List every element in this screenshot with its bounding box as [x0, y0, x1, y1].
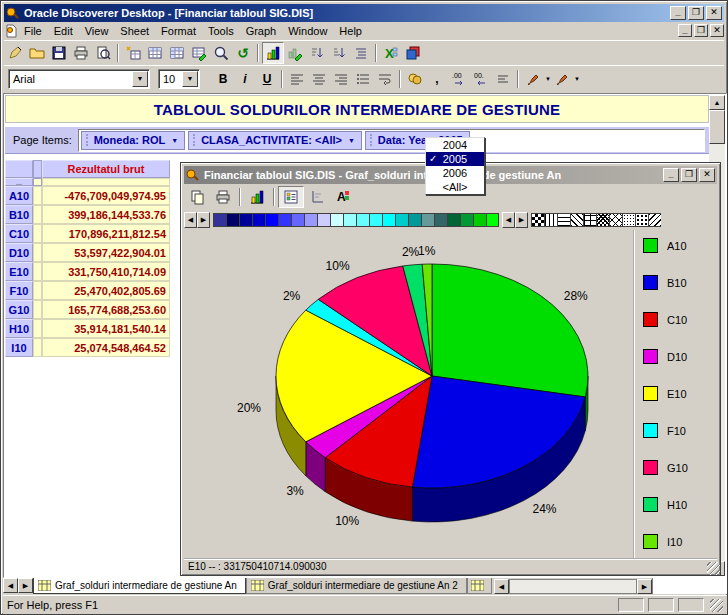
edit-graph-button[interactable] [284, 42, 306, 64]
graph-type-button[interactable] [244, 186, 270, 208]
graph-close-button[interactable]: ✕ [699, 168, 715, 182]
row-header[interactable]: B10 [5, 205, 33, 224]
decrease-decimal-button[interactable]: 00. [470, 68, 492, 90]
value-cell[interactable]: 165,774,688,253.60 [42, 300, 170, 319]
pattern-swatch[interactable] [622, 213, 635, 227]
table-layout-button[interactable] [144, 42, 166, 64]
legend-item[interactable]: B10 [643, 275, 717, 290]
menu-item-window[interactable]: Window [282, 24, 333, 38]
print-button[interactable] [70, 42, 92, 64]
tab-scroll-last-icon[interactable]: ▶ [18, 578, 33, 593]
column-header[interactable]: Rezultatul brut [42, 160, 170, 178]
color-swatch[interactable] [304, 213, 317, 227]
totals-button[interactable] [350, 42, 372, 64]
page-item-moneda[interactable]: Moneda: ROL▼ [81, 131, 185, 150]
color-swatch[interactable] [239, 213, 252, 227]
legend-item[interactable]: H10 [643, 497, 717, 512]
sort-descending-button[interactable] [328, 42, 350, 64]
show-legend-button[interactable] [278, 186, 304, 208]
palette-scroll-left-icon[interactable]: ◀ [184, 212, 197, 228]
window-resize-grip[interactable] [710, 599, 723, 612]
minimize-button[interactable]: _ [670, 6, 686, 20]
pattern-scroll-right-icon[interactable]: ▶ [515, 212, 528, 228]
menu-item-graph[interactable]: Graph [240, 24, 283, 38]
value-cell[interactable]: 170,896,211,812.54 [42, 224, 170, 243]
hscroll-left-icon[interactable]: ◀ [494, 579, 509, 594]
print-graph-button[interactable] [210, 186, 236, 208]
mdi-restore-button[interactable]: ❐ [694, 24, 708, 37]
legend-item[interactable]: E10 [643, 386, 717, 401]
hscroll-right-icon[interactable]: ▶ [637, 579, 652, 594]
value-cell[interactable]: 25,470,402,805.69 [42, 281, 170, 300]
color-swatch[interactable] [330, 213, 343, 227]
legend-item[interactable]: I10 [643, 534, 717, 549]
legend-item[interactable]: F10 [643, 423, 717, 438]
menu-item-sheet[interactable]: Sheet [114, 24, 155, 38]
row-header[interactable]: C10 [5, 224, 33, 243]
color-swatch[interactable] [343, 213, 356, 227]
font-name-combo[interactable]: Arial ▼ [8, 69, 150, 89]
restore-button[interactable]: ❐ [688, 6, 704, 20]
color-swatch[interactable] [395, 213, 408, 227]
year-option-2004[interactable]: 2004 [426, 138, 484, 152]
vertical-scrollbar-thumb[interactable] [709, 110, 725, 144]
open-button[interactable] [26, 42, 48, 64]
year-option-All[interactable]: <All> [426, 180, 484, 194]
save-button[interactable] [48, 42, 70, 64]
pattern-swatch[interactable] [544, 213, 557, 227]
row-header[interactable]: F10 [5, 281, 33, 300]
font-size-combo[interactable]: 10 ▼ [158, 69, 200, 89]
manage-workbooks-button[interactable] [402, 42, 424, 64]
chevron-down-icon[interactable]: ▼ [348, 137, 355, 144]
color-swatch[interactable] [421, 213, 434, 227]
underline-button[interactable]: U [256, 68, 278, 90]
new-sheet-button[interactable] [122, 42, 144, 64]
menu-item-format[interactable]: Format [155, 24, 202, 38]
menu-item-edit[interactable]: Edit [48, 24, 79, 38]
row-header[interactable]: A10 [5, 186, 33, 205]
value-cell[interactable]: 53,597,422,904.01 [42, 243, 170, 262]
format-painter-cell-dropdown-icon[interactable]: ▼ [574, 76, 580, 82]
font-name-dropdown-icon[interactable]: ▼ [132, 71, 148, 87]
pattern-swatch[interactable] [583, 213, 596, 227]
color-swatch[interactable] [369, 213, 382, 227]
font-size-dropdown-icon[interactable]: ▼ [182, 71, 198, 87]
color-swatch[interactable] [213, 213, 226, 227]
crosstab-layout-button[interactable] [166, 42, 188, 64]
row-header[interactable]: I10 [5, 338, 33, 357]
sheet-tab-2[interactable]: Graf_solduri intermediare de gestiune An… [246, 578, 467, 594]
value-cell[interactable]: 399,186,144,533.76 [42, 205, 170, 224]
color-swatch[interactable] [226, 213, 239, 227]
copy-graph-button[interactable] [184, 186, 210, 208]
title-bar[interactable]: Oracle Discoverer Desktop - [Financiar t… [4, 4, 724, 22]
legend-item[interactable]: A10 [643, 238, 717, 253]
drill-button[interactable] [210, 42, 232, 64]
color-swatch[interactable] [434, 213, 447, 227]
graph-minimize-button[interactable]: _ [663, 168, 679, 182]
pattern-swatch[interactable] [531, 213, 544, 227]
axis-corner-cell[interactable]: ... [5, 178, 33, 186]
legend-item[interactable]: C10 [643, 312, 717, 327]
sheet-tab-stub[interactable] [467, 578, 492, 594]
color-swatch[interactable] [460, 213, 473, 227]
color-swatch[interactable] [278, 213, 291, 227]
sheet-tab-1[interactable]: Graf_solduri intermediare de gestiune An [33, 578, 246, 594]
color-swatch[interactable] [408, 213, 421, 227]
close-button[interactable]: ✕ [706, 6, 722, 20]
page-item-clasa-activitate[interactable]: CLASA_ACTIVITATE: <All>▼ [188, 131, 362, 150]
edit-sheet-button[interactable] [188, 42, 210, 64]
refresh-button[interactable]: ↺ [232, 42, 254, 64]
horizontal-scrollbar[interactable]: ◀ ▶ [494, 578, 652, 594]
row-header[interactable]: H10 [5, 319, 33, 338]
format-painter-font-button[interactable] [522, 68, 544, 90]
pattern-swatch[interactable] [557, 213, 570, 227]
year-option-2006[interactable]: 2006 [426, 166, 484, 180]
document-icon[interactable] [4, 24, 18, 38]
graph-button[interactable] [262, 42, 284, 64]
text-format-button[interactable]: A [330, 186, 356, 208]
value-cell[interactable]: 35,914,181,540.14 [42, 319, 170, 338]
menu-item-file[interactable]: File [18, 24, 48, 38]
value-cell[interactable]: 331,750,410,714.09 [42, 262, 170, 281]
text-wrap-button[interactable] [374, 68, 396, 90]
format-painter-cell-button[interactable] [551, 68, 573, 90]
